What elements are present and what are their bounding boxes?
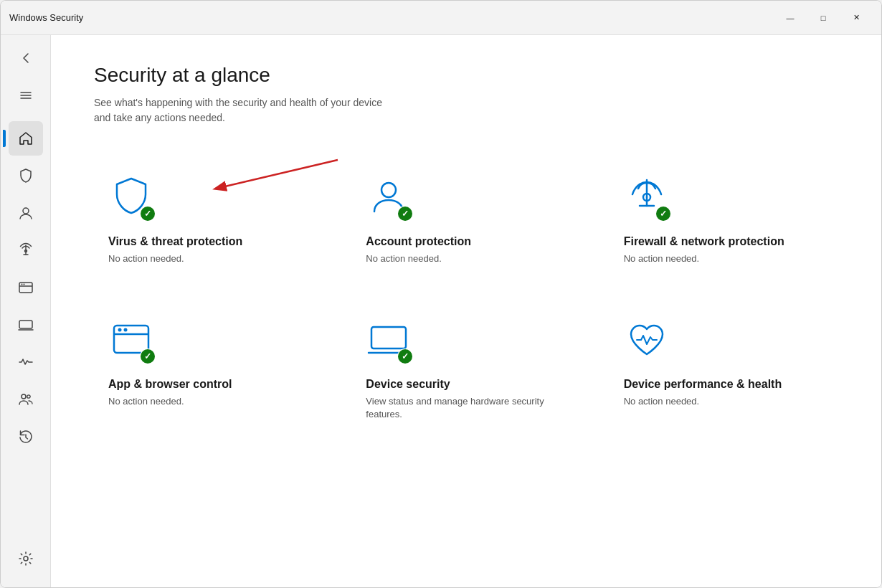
sidebar-item-settings[interactable] <box>9 541 43 576</box>
sidebar-item-account[interactable] <box>9 196 43 230</box>
svg-point-13 <box>24 556 28 561</box>
svg-point-21 <box>124 328 128 331</box>
cards-area: Virus & threat protection No action need… <box>94 160 838 435</box>
card-firewall[interactable]: Firewall & network protection No action … <box>610 160 838 280</box>
card-icon-wrapper <box>366 174 412 220</box>
close-button[interactable]: ✕ <box>840 6 873 29</box>
device-nav-icon <box>18 317 34 333</box>
minimize-button[interactable]: — <box>774 6 807 29</box>
main-layout: Security at a glance See what's happenin… <box>1 35 881 587</box>
sidebar-item-network[interactable] <box>9 233 43 267</box>
sidebar-item-history[interactable] <box>9 419 43 454</box>
svg-rect-22 <box>371 327 406 348</box>
cards-grid: Virus & threat protection No action need… <box>94 160 838 435</box>
history-nav-icon <box>18 429 34 445</box>
window-title: Windows Security <box>9 12 774 23</box>
window: Windows Security — □ ✕ <box>0 0 882 588</box>
card-icon-wrapper <box>108 317 154 363</box>
window-controls: — □ ✕ <box>774 6 873 29</box>
svg-point-11 <box>22 394 26 399</box>
check-badge <box>140 348 156 364</box>
check-badge <box>140 206 156 222</box>
svg-point-8 <box>23 284 24 285</box>
card-title: Device security <box>366 377 566 392</box>
card-account-protection[interactable]: Account protection No action needed. <box>351 160 580 280</box>
card-title: Firewall & network protection <box>624 234 824 250</box>
card-status: No action needed. <box>366 252 566 265</box>
card-title: Device performance & health <box>624 377 824 392</box>
card-status: No action needed. <box>108 252 308 265</box>
card-status: No action needed. <box>108 395 308 408</box>
home-icon <box>18 131 34 146</box>
browser-nav-icon <box>18 280 34 295</box>
svg-point-16 <box>381 183 396 197</box>
card-status: View status and manage hardware security… <box>366 395 566 421</box>
svg-point-12 <box>27 395 29 398</box>
sidebar-item-browser[interactable] <box>9 270 43 305</box>
card-device-security[interactable]: Device security View status and manage h… <box>351 303 580 435</box>
svg-point-3 <box>23 208 29 214</box>
card-app-browser[interactable]: App & browser control No action needed. <box>94 303 323 435</box>
page-subtitle: See what's happening with the security a… <box>94 95 838 125</box>
title-bar: Windows Security — □ ✕ <box>1 1 881 35</box>
check-circle <box>398 207 412 221</box>
settings-icon <box>18 551 34 566</box>
sidebar-item-shield[interactable] <box>9 158 43 193</box>
card-icon-wrapper <box>108 174 154 220</box>
sidebar-item-home[interactable] <box>9 121 43 156</box>
back-icon <box>19 51 33 65</box>
card-status: No action needed. <box>624 395 824 408</box>
heartbeat-icon <box>624 317 670 363</box>
svg-point-20 <box>118 328 122 331</box>
sidebar-item-health[interactable] <box>9 345 43 379</box>
page-title: Security at a glance <box>94 64 838 87</box>
maximize-button[interactable]: □ <box>807 6 840 29</box>
check-circle <box>656 207 670 221</box>
check-circle <box>141 349 155 364</box>
svg-rect-9 <box>19 321 32 328</box>
health-nav-icon <box>18 354 34 370</box>
card-icon-wrapper <box>624 317 670 363</box>
card-title: Virus & threat protection <box>108 234 308 250</box>
card-title: Account protection <box>366 234 566 250</box>
hamburger-icon <box>19 88 33 103</box>
sidebar-back-button[interactable] <box>9 41 43 75</box>
family-nav-icon <box>18 392 34 407</box>
card-icon-wrapper <box>366 317 412 363</box>
sidebar-menu-button[interactable] <box>9 78 43 113</box>
card-title: App & browser control <box>108 377 308 392</box>
check-badge <box>655 206 671 222</box>
sidebar-item-device[interactable] <box>9 308 43 342</box>
check-circle <box>398 349 412 364</box>
svg-point-7 <box>21 284 22 285</box>
check-circle <box>141 207 155 221</box>
shield-nav-icon <box>18 168 34 184</box>
sidebar-item-family[interactable] <box>9 382 43 417</box>
main-content: Security at a glance See what's happenin… <box>51 35 881 587</box>
card-device-health[interactable]: Device performance & health No action ne… <box>610 303 838 435</box>
card-status: No action needed. <box>624 252 824 265</box>
sidebar <box>1 35 51 587</box>
card-icon-wrapper <box>624 174 670 220</box>
network-nav-icon <box>18 242 34 258</box>
card-virus-protection[interactable]: Virus & threat protection No action need… <box>94 160 323 280</box>
person-nav-icon <box>18 205 34 221</box>
